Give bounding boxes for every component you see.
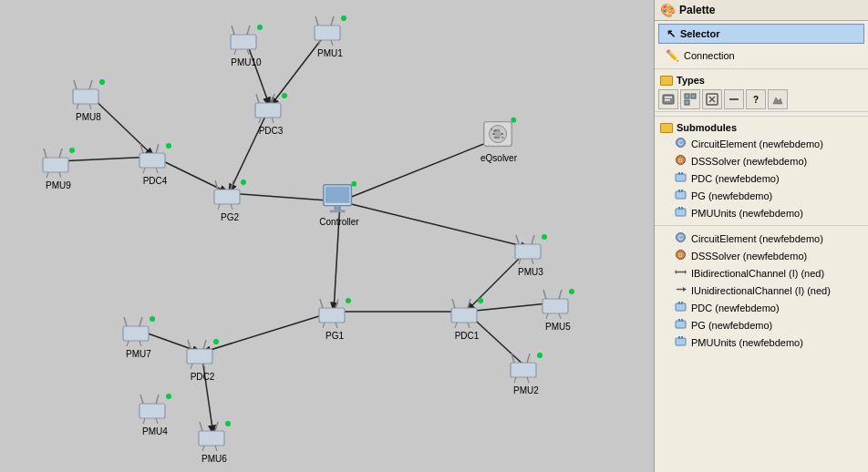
palette-item-g1-3[interactable]: PG (newfebdemo): [655, 187, 868, 204]
svg-line-4: [234, 49, 236, 55]
svg-rect-13: [255, 103, 281, 118]
svg-point-51: [511, 118, 516, 123]
node-eqsolver[interactable]: eQsolver: [479, 118, 519, 163]
svg-line-33: [156, 144, 159, 153]
node-pmu1[interactable]: PMU1: [310, 14, 350, 58]
node-controller[interactable]: Controller: [319, 182, 359, 227]
node-pg1[interactable]: PG1: [315, 296, 355, 341]
palette-item-g1-4[interactable]: PMUUnits (newfebdemo): [655, 204, 868, 221]
palette-body: ↖ Selector ✏️ Connection Types: [655, 21, 868, 472]
svg-rect-107: [665, 97, 672, 98]
node-pdc4[interactable]: PDC4: [135, 141, 175, 186]
node-label-pdc4: PDC4: [143, 176, 168, 186]
svg-line-92: [203, 364, 205, 369]
palette-item-g2-0[interactable]: CCircuitElement (newfebdemo): [655, 230, 868, 247]
toolbar-btn-5[interactable]: ?: [746, 89, 766, 109]
svg-line-41: [231, 204, 232, 210]
node-label-pmu4: PMU4: [142, 426, 168, 436]
palette-item-label: CircuitElement (newfebdemo): [691, 139, 823, 149]
node-pdc2[interactable]: PDC2: [182, 337, 222, 382]
svg-line-67: [455, 323, 457, 328]
palette-item-icon: D: [675, 249, 687, 262]
svg-rect-140: [681, 302, 683, 304]
palette-item-icon: [675, 206, 687, 220]
node-pg2[interactable]: PG2: [210, 178, 250, 222]
node-pmu2[interactable]: PMU2: [506, 351, 546, 395]
submodules-section-header[interactable]: Submodules: [655, 120, 868, 135]
svg-line-38: [215, 180, 218, 190]
svg-rect-7: [315, 26, 340, 40]
node-pmu5[interactable]: PMU5: [538, 287, 578, 332]
node-pmu9[interactable]: PMU9: [38, 146, 78, 190]
svg-line-74: [527, 377, 529, 383]
toolbar-btn-6[interactable]: [768, 89, 788, 109]
palette-item-label: PG (newfebdemo): [691, 190, 772, 201]
svg-line-95: [140, 395, 143, 404]
svg-line-28: [46, 172, 48, 178]
svg-line-17: [272, 118, 274, 123]
palette-item-g2-1[interactable]: DDSSSolver (newfebdemo): [655, 247, 868, 264]
svg-line-54: [532, 235, 534, 244]
svg-point-93: [213, 339, 219, 344]
node-pmu10[interactable]: PMU10: [226, 23, 266, 67]
palette-item-icon: [675, 335, 687, 349]
svg-point-50: [494, 130, 501, 138]
svg-line-26: [44, 149, 46, 158]
node-pmu7[interactable]: PMU7: [119, 314, 159, 359]
node-pmu6[interactable]: PMU6: [194, 419, 234, 464]
toolbar-btn-3[interactable]: [702, 89, 722, 109]
svg-line-35: [156, 168, 158, 173]
toolbar-btn-4[interactable]: [724, 89, 744, 109]
palette-item-g2-5[interactable]: PG (newfebdemo): [655, 316, 868, 333]
svg-rect-124: [678, 190, 680, 192]
node-pmu8[interactable]: PMU8: [68, 77, 108, 122]
svg-rect-142: [678, 319, 680, 322]
palette-connection[interactable]: ✏️ Connection: [658, 46, 864, 65]
palette-item-g1-1[interactable]: DDSSSolver (newfebdemo): [655, 152, 868, 169]
connection-icon: ✏️: [666, 49, 679, 62]
svg-line-96: [156, 395, 159, 404]
svg-rect-88: [187, 349, 212, 364]
svg-point-81: [346, 298, 351, 303]
connection-controller-eqsolver: [340, 138, 500, 201]
toolbar-btn-2[interactable]: [680, 89, 700, 109]
node-icon-controller: [319, 182, 359, 215]
svg-rect-126: [676, 209, 686, 216]
svg-rect-46: [329, 210, 345, 212]
svg-line-86: [140, 341, 141, 346]
palette-item-icon: C: [675, 137, 687, 150]
palette-item-icon: D: [675, 154, 687, 168]
palette-selector[interactable]: ↖ Selector: [658, 24, 864, 44]
node-pmu3[interactable]: PMU3: [511, 232, 551, 277]
palette-title: Palette: [679, 4, 715, 16]
node-pdc1[interactable]: PDC1: [447, 296, 487, 341]
svg-rect-122: [681, 172, 683, 175]
svg-rect-82: [123, 326, 149, 341]
node-pdc3[interactable]: PDC3: [251, 91, 291, 136]
node-pmu4[interactable]: PMU4: [135, 392, 175, 436]
svg-line-89: [188, 340, 191, 349]
palette-item-g2-6[interactable]: PMUUnits (newfebdemo): [655, 333, 868, 351]
svg-line-102: [215, 422, 218, 431]
svg-point-36: [166, 143, 171, 149]
svg-line-9: [331, 16, 334, 26]
palette-item-g2-4[interactable]: PDC (newfebdemo): [655, 299, 868, 316]
palette-item-g2-3[interactable]: IUnidirectionalChannel (I) (ned): [655, 282, 868, 299]
svg-point-75: [537, 353, 542, 358]
right-panel: 🎨 Palette ↖ Selector ✏️ Connection Types: [654, 0, 868, 472]
palette-item-label: PDC (newfebdemo): [691, 173, 780, 184]
canvas-area[interactable]: PMU10 PMU1 PDC3: [0, 0, 654, 472]
svg-line-21: [89, 80, 92, 89]
palette-item-label: IBidirectionalChannel (I) (ned): [691, 268, 824, 279]
node-label-controller: Controller: [319, 217, 358, 227]
svg-line-22: [77, 104, 78, 109]
toolbar-btn-1[interactable]: [658, 89, 678, 109]
palette-item-g2-2[interactable]: IBidirectionalChannel (I) (ned): [655, 264, 868, 282]
svg-line-80: [336, 323, 337, 328]
node-icon-pdc1: [447, 296, 487, 329]
palette-item-g1-0[interactable]: CCircuitElement (newfebdemo): [655, 135, 868, 152]
types-section-header[interactable]: Types: [655, 73, 868, 87]
selector-label: Selector: [680, 28, 719, 39]
palette-item-g1-2[interactable]: PDC (newfebdemo): [655, 169, 868, 187]
svg-rect-19: [73, 89, 98, 104]
